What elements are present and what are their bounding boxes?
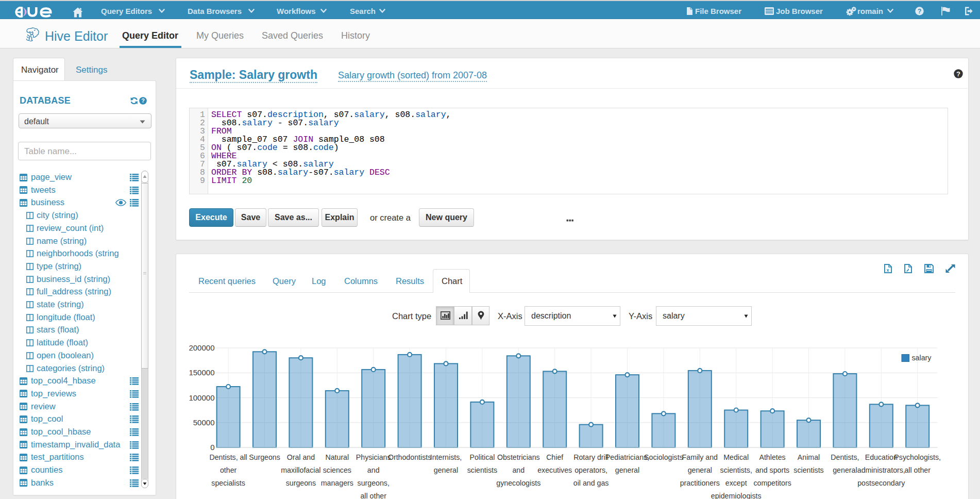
svg-text:scientists,: scientists, bbox=[720, 466, 752, 474]
svg-text:scientists: scientists bbox=[467, 466, 497, 474]
svg-text:200000: 200000 bbox=[189, 343, 214, 352]
svg-text:Oral and: Oral and bbox=[287, 453, 315, 461]
svg-text:general: general bbox=[688, 466, 712, 474]
svg-text:Education: Education bbox=[865, 453, 898, 461]
svg-text:Chief: Chief bbox=[546, 453, 563, 461]
svg-text:gynecologists: gynecologists bbox=[496, 479, 540, 487]
svg-text:oil and gas: oil and gas bbox=[573, 479, 609, 487]
svg-text:Obstetricians: Obstetricians bbox=[497, 453, 540, 461]
svg-text:Pediatricians,: Pediatricians, bbox=[605, 453, 649, 461]
svg-text:surgeons,: surgeons, bbox=[358, 479, 390, 487]
svg-text:Dentists,: Dentists, bbox=[831, 453, 859, 461]
svg-text:Athletes: Athletes bbox=[759, 453, 785, 461]
svg-text:Natural: Natural bbox=[325, 453, 349, 461]
svg-text:x: x bbox=[886, 268, 889, 273]
svg-text:general: general bbox=[833, 466, 857, 474]
svg-text:Sociologists: Sociologists bbox=[644, 453, 683, 461]
svg-text:100000: 100000 bbox=[189, 393, 214, 402]
svg-text:general: general bbox=[434, 466, 458, 474]
svg-text:administrators,: administrators, bbox=[857, 466, 905, 474]
svg-text:150000: 150000 bbox=[189, 368, 214, 377]
svg-text:and sports: and sports bbox=[755, 466, 789, 474]
svg-text:maxillofacial: maxillofacial bbox=[281, 466, 320, 474]
svg-text:?: ? bbox=[918, 8, 922, 15]
svg-text:and: and bbox=[367, 466, 380, 474]
svg-text:except: except bbox=[725, 479, 747, 487]
svg-text:scientists: scientists bbox=[793, 466, 823, 474]
svg-text:general: general bbox=[615, 466, 639, 474]
svg-text:operators,: operators, bbox=[575, 466, 607, 474]
svg-text:Medical: Medical bbox=[723, 453, 749, 461]
svg-text:Family and: Family and bbox=[682, 453, 718, 461]
svg-text:sciences: sciences bbox=[323, 466, 351, 474]
svg-text:executives: executives bbox=[537, 466, 572, 474]
svg-text:other: other bbox=[220, 466, 237, 474]
svg-text:specialists: specialists bbox=[211, 479, 245, 487]
svg-text:managers: managers bbox=[321, 479, 353, 487]
svg-text:Surgeons: Surgeons bbox=[249, 453, 280, 461]
svg-text:Animal: Animal bbox=[798, 453, 820, 461]
svg-text:Internists,: Internists, bbox=[430, 453, 462, 461]
svg-text:?: ? bbox=[956, 70, 960, 78]
svg-text:competitors: competitors bbox=[753, 479, 791, 487]
svg-text:and: and bbox=[512, 466, 525, 474]
svg-text:epidemiologists: epidemiologists bbox=[711, 492, 762, 499]
svg-text:all other: all other bbox=[360, 492, 386, 499]
svg-text:Orthodontists: Orthodontists bbox=[388, 453, 431, 461]
svg-text:Rotary drill: Rotary drill bbox=[573, 453, 609, 461]
svg-text:postsecondary: postsecondary bbox=[857, 479, 905, 487]
svg-text:?: ? bbox=[141, 97, 145, 104]
svg-text:Political: Political bbox=[469, 453, 495, 461]
svg-text:salary: salary bbox=[912, 354, 932, 362]
svg-text:surgeons: surgeons bbox=[286, 479, 316, 487]
svg-text:50000: 50000 bbox=[193, 418, 215, 427]
svg-text:all other: all other bbox=[904, 466, 931, 474]
svg-text:Physicians: Physicians bbox=[356, 453, 391, 461]
svg-text:Psychologists,: Psychologists, bbox=[894, 453, 941, 461]
svg-text:practitioners: practitioners bbox=[680, 479, 720, 487]
svg-text:Dentists, all: Dentists, all bbox=[209, 453, 247, 461]
svg-text:0: 0 bbox=[210, 443, 214, 452]
